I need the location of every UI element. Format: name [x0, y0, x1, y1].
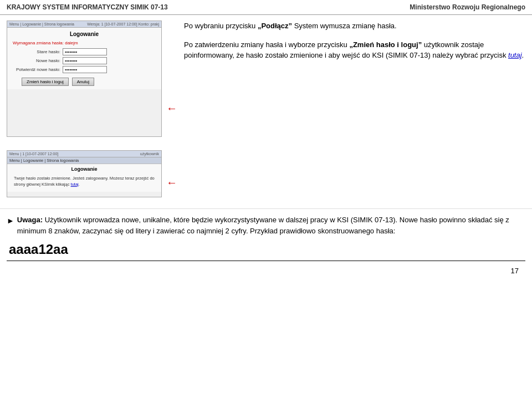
- screen1-label-1: Stare hasło:: [11, 49, 60, 54]
- para1-bold: „Podłącz”: [258, 22, 292, 30]
- warning-content: Uwaga: Użytkownik wprowadza nowe, unikal…: [17, 215, 525, 236]
- bottom-divider: [7, 261, 525, 261]
- screen1-label-2: Nowe hasło:: [11, 58, 60, 63]
- bottom-section: ► Uwaga: Użytkownik wprowadza nowe, unik…: [0, 208, 532, 280]
- screenshot-2-wrapper: Menu | 1 [10-07-2007 12:00] użytkownik M…: [7, 148, 167, 197]
- page-header: KRAJOWY SYSTEM INFORMATYCZNY SIMIK 07-13…: [0, 0, 532, 15]
- para2-end: .: [522, 51, 524, 59]
- screen1-title: Logowanie: [11, 31, 158, 37]
- screen1-input-1[interactable]: [63, 48, 107, 55]
- para2-bold: „Zmień hasło i loguj”: [349, 40, 422, 49]
- screen1-label-3: Potwierdź nowe hasło:: [11, 67, 60, 72]
- para2-link[interactable]: tutaj: [508, 51, 522, 59]
- screen2-link[interactable]: tutaj: [71, 182, 79, 187]
- main-content: Menu | Logowanie | Strona logowania Wers…: [0, 15, 532, 203]
- screenshot-1: Menu | Logowanie | Strona logowania Wers…: [7, 21, 162, 137]
- screen2-body-outer: Logowanie Twoje hasło zostało zmienione.…: [7, 164, 161, 192]
- screen1-row-2: Nowe hasło:: [11, 57, 158, 64]
- screen1-notice: Wymagana zmiana hasła: dalejm: [13, 40, 158, 45]
- warning-arrow-icon: ►: [7, 215, 14, 227]
- screen2-message-text: Twoje hasło zostało zmienione. Jesteś za…: [14, 176, 155, 187]
- warning-text-content: Użytkownik wprowadza nowe, unikalne, któ…: [17, 216, 509, 235]
- para1-prefix: Po wybraniu przycisku: [184, 22, 258, 30]
- screen1-input-3[interactable]: [63, 66, 107, 73]
- screen1-row-1: Stare hasło:: [11, 48, 158, 55]
- screen1-input-2[interactable]: [63, 57, 107, 64]
- screen1-topbar: Menu | Logowanie | Strona logowania Wers…: [7, 21, 161, 28]
- paragraph-2: Po zatwierdzeniu zmiany hasła i wyborze …: [184, 39, 525, 61]
- arrow-to-button-1: ←: [166, 102, 177, 115]
- screen2-message: Twoje hasło zostało zmienione. Jesteś za…: [11, 174, 158, 190]
- screenshots-column: Menu | Logowanie | Strona logowania Wers…: [7, 21, 167, 197]
- header-title-right: Ministerstwo Rozwoju Regionalnego: [410, 3, 525, 11]
- warning-paragraph: ► Uwaga: Użytkownik wprowadza nowe, unik…: [7, 215, 525, 236]
- paragraph-1: Po wybraniu przycisku „Podłącz” System w…: [184, 21, 525, 32]
- header-title-left: KRAJOWY SYSTEM INFORMATYCZNY SIMIK 07-13: [7, 3, 168, 11]
- screen2-title: Logowanie: [11, 166, 158, 172]
- screen1-btn-change[interactable]: Zmień hasło i loguj: [22, 78, 69, 86]
- screen2-topbar-left: Menu | 1 [10-07-2007 12:00]: [9, 152, 58, 156]
- screen1-topbar-right: Wersja: 1 [10-07-2007 12:00] Konto: prak…: [87, 22, 159, 26]
- screen1-btn-cancel[interactable]: Anuluj: [72, 78, 94, 86]
- screenshot-1-wrapper: Menu | Logowanie | Strona logowania Wers…: [7, 21, 167, 137]
- para1-suffix: System wymusza zmianę hasła.: [292, 22, 397, 30]
- screen1-row-3: Potwierdź nowe hasło:: [11, 66, 158, 73]
- screen1-topbar-left: Menu | Logowanie | Strona logowania: [9, 22, 74, 26]
- screen2-topbar-right: użytkownik: [140, 152, 159, 156]
- screen2-menu-text: Menu | Logowanie | Strona logowania: [9, 158, 79, 163]
- screen1-body: Logowanie Wymagana zmiana hasła: dalejm …: [7, 28, 161, 89]
- para2-prefix: Po zatwierdzeniu zmiany hasła i wyborze …: [184, 40, 349, 49]
- screen2-topbar: Menu | 1 [10-07-2007 12:00] użytkownik: [7, 151, 161, 157]
- screen2-menu: Menu | Logowanie | Strona logowania: [7, 157, 161, 164]
- page-number: 17: [7, 267, 525, 275]
- arrow-to-button-2: ←: [166, 176, 177, 189]
- right-text-column: Po wybraniu przycisku „Podłącz” System w…: [178, 21, 525, 197]
- screenshot-2: Menu | 1 [10-07-2007 12:00] użytkownik M…: [7, 150, 162, 197]
- screen1-buttons: Zmień hasło i loguj Anuluj: [22, 78, 158, 86]
- warning-label: Uwaga:: [17, 216, 43, 224]
- example-password: aaaa12aa: [9, 242, 525, 257]
